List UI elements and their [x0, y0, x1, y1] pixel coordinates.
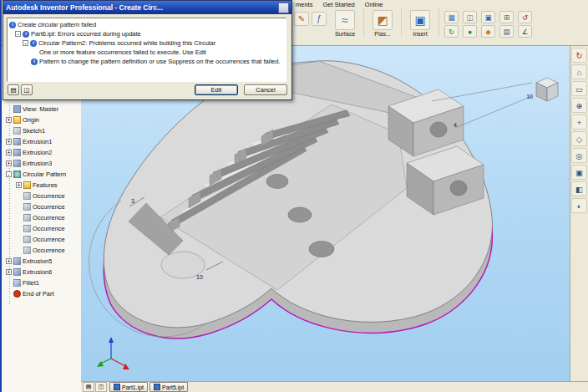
expand-icon[interactable]: [6, 269, 12, 275]
view-tool-icon[interactable]: ⌂: [571, 64, 587, 79]
toolbar-icon[interactable]: ✎: [294, 12, 309, 26]
tree-item-label: View: Master: [23, 105, 58, 113]
expand-icon[interactable]: [6, 258, 12, 264]
status-bar: ▤◫ Part1.ipt Part5.ipt: [81, 381, 588, 392]
feature-icon: [23, 247, 31, 254]
window-button-icon[interactable]: ▤: [83, 382, 94, 392]
tree-item[interactable]: Sketch1: [3, 125, 81, 136]
tree-item[interactable]: Features: [3, 180, 81, 191]
expand-icon[interactable]: [23, 40, 28, 46]
feature-icon: [13, 171, 21, 178]
tree-item-label: Fillet1: [23, 279, 39, 287]
view-tool-icon[interactable]: ▣: [571, 165, 587, 180]
dialog-tool-button[interactable]: ▤: [8, 84, 19, 95]
toolbar-group-icon: ▣: [410, 10, 430, 30]
error-dialog: Autodesk Inventor Professional - Create …: [3, 0, 292, 100]
tree-item-label: Occurrence: [33, 236, 65, 243]
document-tab-label: Part1.ipt: [122, 384, 144, 390]
expand-icon[interactable]: [6, 139, 12, 145]
expand-icon[interactable]: [6, 171, 12, 177]
tree-item[interactable]: Extrusion6: [3, 267, 81, 277]
toolbar-icon[interactable]: ▣: [481, 11, 495, 23]
toolbar-icon[interactable]: ƒ: [312, 12, 327, 26]
tree-item[interactable]: Origin: [3, 115, 81, 125]
document-tab[interactable]: Part1.ipt: [109, 382, 148, 392]
feature-icon: [13, 290, 21, 298]
view-tool-icon[interactable]: ↻: [571, 48, 587, 63]
menu-item[interactable]: ments: [296, 1, 312, 8]
tree-item[interactable]: Extrusion3: [3, 158, 81, 169]
info-icon: [30, 40, 37, 47]
expand-icon[interactable]: [6, 150, 12, 155]
feature-icon: [13, 105, 21, 113]
toolbar-icon[interactable]: ↺: [518, 11, 532, 23]
toolbar-groups: ≈ Surface ◩ Plas... ▣ Insert: [327, 8, 439, 37]
feature-icon: [23, 203, 31, 211]
dialog-titlebar[interactable]: Autodesk Inventor Professional - Create …: [3, 1, 291, 14]
menu-item[interactable]: Online: [365, 1, 383, 8]
toolbar-icon[interactable]: ↻: [444, 25, 459, 38]
toolbar-icon[interactable]: ⊞: [499, 11, 514, 23]
tree-item[interactable]: Circular Pattern: [3, 169, 81, 180]
view-tool-icon[interactable]: ◐: [571, 198, 587, 213]
document-tab[interactable]: Part5.ipt: [150, 382, 188, 392]
info-icon: [31, 59, 38, 65]
feature-icon: [13, 149, 21, 156]
tree-item[interactable]: Occurrence: [3, 212, 81, 223]
toolbar-group-button[interactable]: ▣ Insert: [402, 8, 439, 37]
toolbar-group-button[interactable]: ≈ Surface: [327, 8, 364, 37]
expand-icon[interactable]: [16, 182, 22, 188]
dialog-message-text: One or more feature occurrences failed t…: [39, 48, 206, 57]
tree-item[interactable]: Extrusion5: [3, 256, 81, 267]
tree-item[interactable]: Fillet1: [3, 277, 81, 288]
dimension-label: 10: [196, 274, 203, 280]
view-tool-icon[interactable]: +: [571, 115, 587, 130]
toolbar-group-icon: ≈: [335, 10, 355, 30]
window-button-icon[interactable]: ◫: [95, 382, 107, 392]
tree-item[interactable]: Extrusion2: [3, 147, 81, 158]
tree-item[interactable]: Extrusion1: [3, 136, 81, 147]
feature-icon: [13, 160, 21, 167]
expand-icon[interactable]: [6, 117, 12, 123]
tree-item-label: Extrusion6: [23, 268, 52, 276]
feature-icon: [23, 236, 31, 243]
toolbar-icon[interactable]: ▦: [444, 11, 459, 23]
view-tool-icon[interactable]: ⊕: [571, 98, 587, 113]
tree-item[interactable]: Occurrence: [3, 191, 81, 201]
view-tool-icon[interactable]: ◧: [571, 181, 587, 196]
toolbar-group-button[interactable]: ◩ Plas...: [364, 8, 402, 37]
expand-icon[interactable]: [6, 160, 12, 166]
view-tool-icon[interactable]: ◇: [571, 131, 587, 146]
document-icon: [154, 384, 160, 390]
tree-item[interactable]: End of Part: [3, 288, 81, 299]
view-tool-icon[interactable]: ◎: [571, 148, 587, 163]
edit-button[interactable]: Edit: [195, 84, 238, 95]
toolbar-icon[interactable]: ∠: [518, 25, 532, 38]
toolbar-icon[interactable]: ▤: [499, 25, 514, 38]
view-tool-icon[interactable]: ▭: [571, 81, 587, 96]
view-cube[interactable]: [536, 78, 558, 101]
toolbar-icon[interactable]: ●: [463, 25, 477, 38]
feature-icon: [13, 127, 21, 135]
dialog-tool-button[interactable]: ◫: [21, 84, 33, 95]
menu-item[interactable]: Get Started: [322, 1, 354, 8]
tree-item[interactable]: Occurrence: [3, 234, 81, 245]
tree-item-label: Sketch1: [23, 127, 45, 135]
tree-item[interactable]: Occurrence: [3, 245, 81, 256]
cancel-button[interactable]: Cancel: [244, 84, 287, 95]
tree-item[interactable]: Occurrence: [3, 223, 81, 234]
feature-icon: [23, 192, 31, 200]
tree-item[interactable]: View: Master: [3, 104, 81, 115]
expand-icon[interactable]: [15, 31, 21, 37]
dialog-message-row: Circular Pattern2: Problems occurred whi…: [8, 38, 286, 48]
view-tools-list: ↻⌂▭⊕+◇◎▣◧◐: [570, 48, 588, 213]
toolbar-group-label: Surface: [335, 31, 355, 37]
dialog-titlebar-button[interactable]: [278, 3, 289, 13]
tree-item-label: Occurrence: [33, 247, 65, 254]
tree-item-label: Origin: [23, 116, 39, 124]
toolbar-icon[interactable]: ◆: [481, 25, 495, 38]
toolbar-group-icon: ◩: [373, 10, 393, 30]
toolbar-icon[interactable]: ◫: [463, 11, 477, 23]
info-icon: [9, 22, 16, 28]
tree-item[interactable]: Occurrence: [3, 201, 81, 212]
